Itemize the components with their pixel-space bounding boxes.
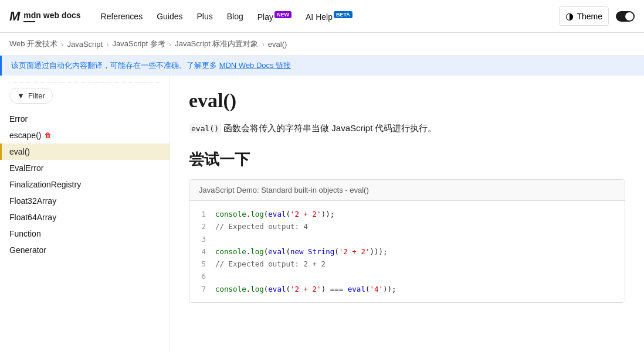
banner-text: 该页面通过自动化内容翻译，可能存在一些不准确。了解更多 MDN Web Docs…: [11, 61, 291, 70]
nav-ai-help[interactable]: AI HelpBETA: [300, 8, 358, 25]
filter-label: Filter: [28, 91, 45, 100]
banner-link[interactable]: MDN Web Docs 链接: [219, 61, 292, 70]
breadcrumb-sep-2: ›: [106, 40, 109, 49]
line-num-3: 3: [199, 233, 206, 245]
code-text-1: console.log(eval('2 + 2'));: [215, 208, 334, 220]
dark-toggle[interactable]: [616, 11, 635, 22]
code-line-7: 7 console.log(eval('2 + 2') === eval('4'…: [199, 283, 615, 295]
breadcrumb-sep-1: ›: [61, 40, 63, 49]
header: M mdn web docs References Guides Plus Bl…: [0, 0, 644, 33]
logo-link[interactable]: M mdn web docs: [9, 9, 81, 24]
badge-new: NEW: [274, 11, 292, 18]
code-text-4: console.log(eval(new String('2 + 2')));: [215, 245, 388, 258]
code-text-2: // Expected output: 4: [215, 220, 308, 233]
nav-blog[interactable]: Blog: [221, 8, 249, 25]
sidebar-item-label-function: Function: [9, 229, 41, 238]
toggle-knob: [625, 12, 633, 20]
sidebar-item-escape[interactable]: escape() 🗑: [0, 127, 170, 143]
sidebar-item-label-eval: eval(): [9, 147, 30, 156]
code-line-3: 3: [199, 233, 615, 245]
header-right: ◑ Theme: [559, 6, 635, 26]
code-demo-header: JavaScript Demo: Standard built-in objec…: [189, 180, 625, 201]
code-text-6: [215, 270, 220, 282]
logo-name: mdn web docs: [23, 11, 80, 20]
description-text: 函数会将传入的字符串当做 JavaScript 代码进行执行。: [221, 123, 437, 133]
breadcrumb-link-js-builtin[interactable]: JavaScript 标准内置对象: [175, 39, 258, 49]
badge-beta: BETA: [334, 11, 352, 18]
breadcrumb-sep-3: ›: [169, 40, 171, 49]
theme-button[interactable]: ◑ Theme: [559, 6, 609, 26]
breadcrumb-link-web[interactable]: Web 开发技术: [9, 39, 57, 49]
main-nav: References Guides Plus Blog PlayNEW AI H…: [95, 8, 545, 25]
line-num-5: 5: [199, 258, 206, 270]
sidebar-item-float64array[interactable]: Float64Array: [0, 209, 170, 225]
code-line-1: 1 console.log(eval('2 + 2'));: [199, 208, 615, 220]
sidebar-item-evalerror[interactable]: EvalError: [0, 160, 170, 176]
nav-ai-help-label: AI Help: [306, 12, 333, 21]
breadcrumb-current: eval(): [268, 40, 287, 49]
nav-play[interactable]: PlayNEW: [252, 8, 297, 25]
nav-references[interactable]: References: [95, 8, 149, 25]
sidebar-item-label-error: Error: [9, 114, 28, 124]
code-line-4: 4 console.log(eval(new String('2 + 2')))…: [199, 245, 615, 258]
theme-label: Theme: [577, 12, 602, 21]
sidebar-item-label-generator: Generator: [9, 245, 46, 255]
line-num-1: 1: [199, 208, 206, 220]
translation-banner: 该页面通过自动化内容翻译，可能存在一些不准确。了解更多 MDN Web Docs…: [0, 56, 644, 76]
sidebar-item-finalizationregistry[interactable]: FinalizationRegistry: [0, 176, 170, 193]
nav-plus[interactable]: Plus: [191, 8, 219, 25]
sidebar-item-float32array[interactable]: Float32Array: [0, 193, 170, 209]
sidebar-item-label-escape: escape(): [9, 131, 41, 140]
code-text-3: [215, 233, 220, 245]
sidebar-item-function[interactable]: Function: [0, 225, 170, 242]
code-line-5: 5 // Expected output: 2 + 2: [199, 258, 615, 270]
logo-underline: [23, 21, 35, 22]
sidebar-item-label-evalerror: EvalError: [9, 163, 43, 173]
sidebar-item-error[interactable]: Error: [0, 111, 170, 127]
line-num-6: 6: [199, 270, 206, 282]
filter-icon: ▼: [17, 91, 25, 100]
half-circle-icon: ◑: [565, 11, 574, 22]
filter-button[interactable]: ▼ Filter: [9, 88, 53, 104]
breadcrumb: Web 开发技术 › JavaScript › JavaScript 参考 › …: [0, 33, 644, 56]
eval-code-ref: eval(): [189, 124, 221, 134]
main-content: eval() eval() 函数会将传入的字符串当做 JavaScript 代码…: [170, 76, 644, 350]
page-layout: ▼ Filter Error escape() 🗑 eval() EvalErr…: [0, 76, 644, 350]
line-num-4: 4: [199, 245, 206, 258]
page-description: eval() 函数会将传入的字符串当做 JavaScript 代码进行执行。: [189, 121, 625, 135]
code-block: 1 console.log(eval('2 + 2')); 2 // Expec…: [189, 201, 625, 302]
line-num-7: 7: [199, 283, 206, 295]
breadcrumb-link-js-ref[interactable]: JavaScript 参考: [113, 39, 165, 49]
code-line-2: 2 // Expected output: 4: [199, 220, 615, 233]
try-title: 尝试一下: [189, 149, 625, 170]
sidebar-item-generator[interactable]: Generator: [0, 242, 170, 258]
code-text-5: // Expected output: 2 + 2: [215, 258, 326, 270]
logo-letter: M: [9, 9, 20, 24]
sidebar: ▼ Filter Error escape() 🗑 eval() EvalErr…: [0, 76, 170, 350]
trash-icon-escape: 🗑: [45, 131, 52, 139]
code-text-7: console.log(eval('2 + 2') === eval('4'))…: [215, 283, 396, 295]
line-num-2: 2: [199, 220, 206, 233]
page-title: eval(): [189, 90, 625, 112]
sidebar-item-label-float64array: Float64Array: [9, 213, 56, 222]
breadcrumb-link-js[interactable]: JavaScript: [67, 40, 103, 49]
sidebar-item-label-float32array: Float32Array: [9, 196, 56, 206]
code-demo-box: JavaScript Demo: Standard built-in objec…: [189, 179, 625, 303]
code-line-6: 6: [199, 270, 615, 282]
sidebar-divider: [9, 83, 160, 83]
sidebar-item-label-finalizationregistry: FinalizationRegistry: [9, 180, 81, 189]
nav-play-label: Play: [257, 12, 273, 21]
sidebar-item-eval[interactable]: eval(): [0, 143, 170, 160]
nav-guides[interactable]: Guides: [151, 8, 188, 25]
breadcrumb-sep-4: ›: [262, 40, 264, 49]
